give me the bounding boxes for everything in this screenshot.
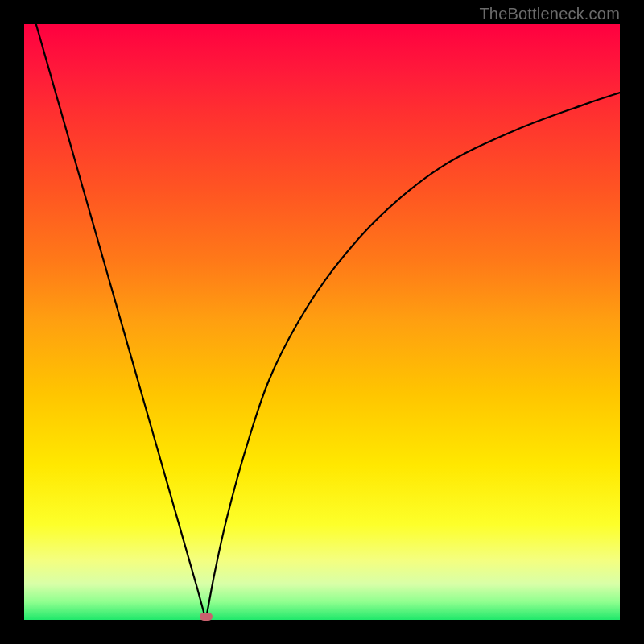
watermark-text: TheBottleneck.com xyxy=(479,5,620,23)
plot-area xyxy=(24,24,620,620)
curve-svg xyxy=(24,24,620,620)
chart-frame: TheBottleneck.com xyxy=(0,0,644,644)
bottleneck-curve xyxy=(36,24,620,620)
